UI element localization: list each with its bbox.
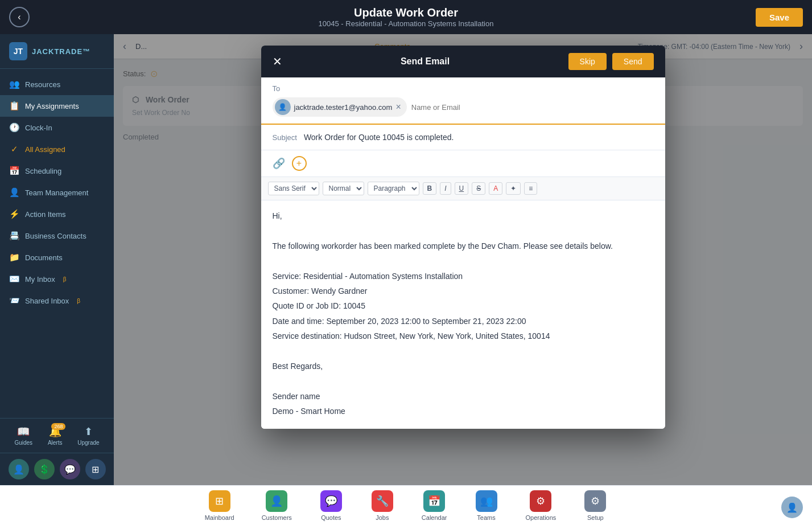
content-area: ‹ D... Comments Timezone: GMT: -04:00 (E…	[114, 34, 812, 485]
body-line-11: Best Regards,	[273, 360, 654, 372]
alerts-label: Alerts	[48, 440, 63, 446]
close-icon: ✕	[273, 55, 282, 68]
my-inbox-icon: ✉️	[9, 274, 19, 284]
nav-tab-calendar[interactable]: 📅 Calendar	[408, 486, 461, 526]
logo-text: JACKTRADE™	[32, 47, 90, 56]
sidebar-item-label: All Assigned	[25, 145, 65, 154]
add-attachment-button[interactable]: +	[292, 156, 307, 171]
beta-badge: β	[63, 276, 67, 282]
nav-tab-mainboard[interactable]: ⊞ Mainboard	[191, 486, 248, 526]
person-icon-btn[interactable]: 👤	[9, 459, 29, 479]
teams-label: Teams	[477, 514, 495, 521]
sidebar-nav: 👥 Resources 📋 My Assignments 🕐 Clock-In …	[0, 69, 114, 418]
email-body-editor[interactable]: Hi, The following workorder has been mar…	[261, 200, 665, 429]
body-line-12	[273, 375, 654, 387]
italic-button[interactable]: I	[440, 182, 451, 195]
sidebar-item-label: Team Management	[25, 188, 88, 197]
chat-icon-btn[interactable]: 💬	[60, 459, 80, 479]
highlight-button[interactable]: ✦	[506, 182, 521, 195]
bottom-nav: ⊞ Mainboard 👤 Customers 💬 Quotes 🔧 Jobs …	[0, 485, 812, 525]
team-management-icon: 👤	[9, 187, 19, 198]
grid-icon-btn[interactable]: ⊞	[85, 459, 106, 479]
documents-icon: 📁	[9, 252, 19, 262]
mainboard-label: Mainboard	[205, 514, 234, 521]
attachment-icon[interactable]: 🔗	[273, 157, 285, 170]
modal-close-button[interactable]: ✕	[273, 55, 282, 68]
body-line-13: Sender name	[273, 390, 654, 403]
upgrade-button[interactable]: ⬆ Upgrade	[77, 425, 99, 446]
customers-icon: 👤	[266, 490, 287, 512]
teams-icon: 👥	[476, 490, 497, 512]
operations-label: Operations	[526, 514, 557, 521]
save-button[interactable]: Save	[756, 8, 803, 27]
recipient-email: jacktrade.tester1@yahoo.com	[294, 103, 393, 112]
sidebar-item-action-items[interactable]: ⚡ Action Items	[0, 203, 114, 225]
sidebar-item-scheduling[interactable]: 📅 Scheduling	[0, 160, 114, 182]
to-input[interactable]	[411, 103, 654, 112]
guides-icon: 📖	[17, 425, 30, 438]
sidebar-item-label: Business Contacts	[25, 232, 86, 240]
quotes-label: Quotes	[321, 514, 341, 521]
modal-header-buttons: Skip Send	[568, 53, 654, 70]
left-bottom-icons: 👤 💲 💬 ⊞	[0, 453, 114, 485]
back-button[interactable]: ‹	[9, 7, 30, 27]
sidebar-item-documents[interactable]: 📁 Documents	[0, 247, 114, 268]
user-avatar[interactable]: 👤	[781, 497, 803, 518]
guides-label: Guides	[14, 440, 32, 446]
nav-tab-jobs[interactable]: 🔧 Jobs	[357, 486, 408, 526]
sidebar-item-label: Documents	[25, 253, 63, 262]
business-contacts-icon: 📇	[9, 231, 19, 241]
my-assignments-icon: 📋	[9, 101, 19, 111]
dollar-icon-btn[interactable]: 💲	[34, 459, 55, 479]
skip-button[interactable]: Skip	[568, 53, 607, 70]
sidebar-item-label: My Assignments	[25, 102, 79, 110]
paragraph-select[interactable]: Paragraph	[368, 182, 419, 195]
sidebar-item-clock-in[interactable]: 🕐 Clock-In	[0, 117, 114, 138]
body-line-8: Date and time: September 20, 2023 12:00 …	[273, 315, 654, 327]
list-button[interactable]: ≡	[524, 182, 537, 195]
sidebar-item-shared-inbox[interactable]: 📨 Shared Inbox β	[0, 290, 114, 311]
editor-toolbar: Sans Serif Normal Paragraph B I U S A	[261, 177, 665, 200]
sidebar-item-label: Clock-In	[25, 124, 52, 132]
sidebar-item-team-management[interactable]: 👤 Team Management	[0, 182, 114, 203]
main-layout: JT JACKTRADE™ 👥 Resources 📋 My Assignmen…	[0, 34, 812, 485]
user-menu: 👤	[781, 497, 803, 518]
body-line-7: Quote ID or Job ID: 10045	[273, 300, 654, 312]
sidebar-item-my-inbox[interactable]: ✉️ My Inbox β	[0, 268, 114, 290]
sidebar-item-business-contacts[interactable]: 📇 Business Contacts	[0, 225, 114, 247]
guides-button[interactable]: 📖 Guides	[14, 425, 32, 446]
remove-chip-button[interactable]: ×	[395, 102, 401, 112]
modal-body: To 👤 jacktrade.tester1@yahoo.com ×	[261, 77, 665, 429]
strikethrough-button[interactable]: S	[472, 182, 485, 195]
to-section: To 👤 jacktrade.tester1@yahoo.com ×	[261, 77, 665, 125]
nav-tab-quotes[interactable]: 💬 Quotes	[306, 486, 357, 526]
nav-tab-teams[interactable]: 👥 Teams	[461, 486, 512, 526]
page-title: Update Work Order	[319, 6, 494, 19]
nav-tab-customers[interactable]: 👤 Customers	[248, 486, 306, 526]
setup-label: Setup	[587, 514, 604, 521]
beta-badge-2: β	[77, 298, 80, 304]
modal-overlay: ✕ Send Email Skip Send To	[114, 34, 812, 485]
operations-icon: ⚙	[530, 490, 551, 512]
bold-button[interactable]: B	[423, 182, 437, 195]
font-family-select[interactable]: Sans Serif	[268, 182, 319, 195]
body-line-10	[273, 345, 654, 358]
page-subtitle: 10045 - Residential - Automation Systems…	[319, 19, 494, 28]
nav-tab-setup[interactable]: ⚙ Setup	[570, 486, 621, 526]
top-bar: ‹ Update Work Order 10045 - Residential …	[0, 0, 812, 34]
nav-tab-operations[interactable]: ⚙ Operations	[512, 486, 570, 526]
underline-button[interactable]: U	[455, 182, 469, 195]
mainboard-icon: ⊞	[209, 490, 230, 512]
sidebar-item-my-assignments[interactable]: 📋 My Assignments	[0, 95, 114, 117]
send-button[interactable]: Send	[612, 53, 654, 70]
page-title-area: Update Work Order 10045 - Residential - …	[319, 6, 494, 28]
alerts-button[interactable]: 🔔 268 Alerts	[48, 425, 63, 446]
calendar-icon: 📅	[423, 490, 445, 512]
sidebar: JT JACKTRADE™ 👥 Resources 📋 My Assignmen…	[0, 34, 114, 485]
sidebar-item-resources[interactable]: 👥 Resources	[0, 73, 114, 95]
body-line-1: Hi,	[273, 210, 654, 222]
text-color-button[interactable]: A	[489, 182, 502, 195]
font-size-select[interactable]: Normal	[323, 182, 364, 195]
sidebar-item-all-assigned[interactable]: ✓ All Assigned	[0, 138, 114, 160]
modal-title: Send Email	[401, 56, 450, 67]
